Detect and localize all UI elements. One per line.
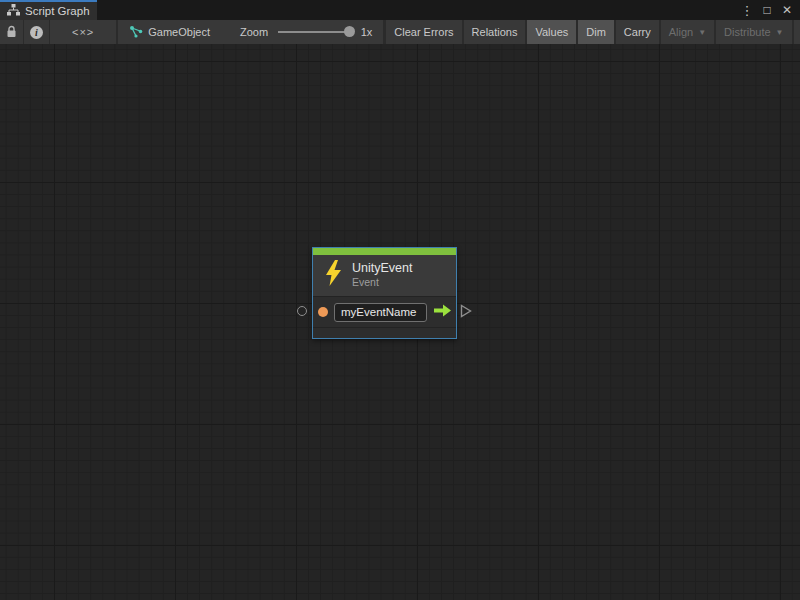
- toolbar: i <×> GameObject Zoom 1x: [0, 20, 800, 44]
- info-button[interactable]: i: [24, 20, 49, 44]
- dim-label: Dim: [586, 26, 606, 38]
- zoom-label: Zoom: [240, 26, 268, 38]
- lock-button[interactable]: [0, 20, 23, 44]
- graph-canvas[interactable]: UnityEvent Event: [0, 44, 800, 600]
- graph-output-port-icon[interactable]: [460, 304, 472, 322]
- zoom-value: 1x: [361, 26, 373, 38]
- tab-script-graph[interactable]: Script Graph: [0, 0, 97, 20]
- close-icon[interactable]: ✕: [778, 1, 796, 19]
- graph-hierarchy-icon: [7, 2, 20, 20]
- code-preview-button[interactable]: <×>: [50, 20, 116, 44]
- lock-icon: [6, 25, 17, 40]
- distribute-label: Distribute: [724, 26, 770, 38]
- dim-toggle-button[interactable]: Dim: [578, 20, 614, 44]
- chevron-down-icon: ▼: [776, 28, 784, 37]
- node-color-bar: [313, 248, 456, 255]
- clear-errors-label: Clear Errors: [394, 26, 453, 38]
- node-title: UnityEvent: [352, 261, 412, 276]
- titlebar: Script Graph ⋮ □ ✕: [0, 0, 800, 20]
- lightning-bolt-icon: [325, 260, 342, 290]
- node-port-row: [313, 296, 456, 327]
- window-controls: ⋮ □ ✕: [738, 0, 800, 20]
- tab-label: Script Graph: [25, 5, 90, 17]
- titlebar-spacer: [97, 0, 738, 20]
- event-name-input[interactable]: [334, 303, 427, 322]
- event-input-port-icon[interactable]: [318, 307, 328, 317]
- values-toggle-button[interactable]: Values: [527, 20, 576, 44]
- code-icon: <×>: [58, 26, 108, 38]
- gameobject-icon: [129, 25, 143, 40]
- zoom-slider-track[interactable]: [278, 31, 353, 33]
- maximize-icon[interactable]: □: [758, 1, 776, 19]
- distribute-dropdown-button[interactable]: Distribute ▼: [716, 20, 791, 44]
- zoom-slider-handle[interactable]: [344, 26, 355, 37]
- clear-errors-button[interactable]: Clear Errors: [386, 20, 461, 44]
- toolbar-context-group: GameObject Zoom 1x: [118, 20, 383, 44]
- flow-output-arrow-icon[interactable]: [433, 303, 452, 321]
- node-header[interactable]: UnityEvent Event: [313, 255, 456, 296]
- unity-event-node[interactable]: UnityEvent Event: [312, 247, 457, 339]
- chevron-down-icon: ▼: [698, 28, 706, 37]
- graph-input-port-icon[interactable]: [297, 306, 307, 316]
- zoom-slider[interactable]: [278, 27, 353, 37]
- values-label: Values: [535, 26, 568, 38]
- kebab-menu-icon[interactable]: ⋮: [738, 1, 756, 19]
- target-gameobject-label: GameObject: [148, 26, 210, 38]
- relations-label: Relations: [472, 26, 518, 38]
- info-icon: i: [30, 26, 43, 39]
- node-footer: [313, 327, 456, 338]
- overview-button[interactable]: Overview: [794, 20, 800, 44]
- script-graph-window: Script Graph ⋮ □ ✕ i <×>: [0, 0, 800, 600]
- align-label: Align: [669, 26, 693, 38]
- node-subtitle: Event: [352, 276, 412, 289]
- carry-label: Carry: [624, 26, 651, 38]
- align-dropdown-button[interactable]: Align ▼: [661, 20, 714, 44]
- carry-button[interactable]: Carry: [616, 20, 659, 44]
- toolbar-buttons: Clear Errors Relations Values Dim Carry …: [386, 20, 800, 44]
- relations-button[interactable]: Relations: [464, 20, 526, 44]
